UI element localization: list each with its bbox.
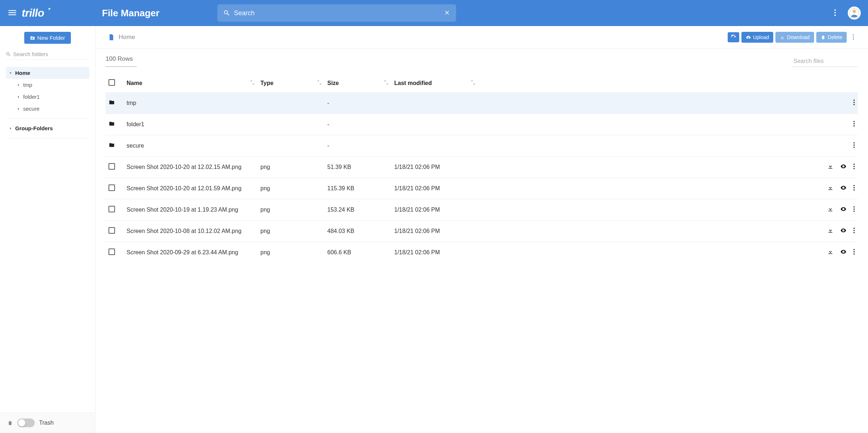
cloud-upload-icon <box>746 35 751 40</box>
col-type[interactable]: Type <box>260 80 273 86</box>
tree-label: secure <box>23 106 39 112</box>
row-download-button[interactable] <box>827 184 834 192</box>
upload-button[interactable]: Upload <box>741 32 773 43</box>
trash-icon <box>7 420 13 426</box>
svg-point-11 <box>854 121 855 122</box>
tree-item-group-folders[interactable]: Group-Folders <box>6 122 89 134</box>
chevron-right-icon <box>16 94 21 99</box>
row-preview-button[interactable] <box>840 206 847 214</box>
svg-point-18 <box>854 166 855 167</box>
cell-type: png <box>258 178 324 199</box>
sidebar-search-input[interactable] <box>13 51 89 57</box>
user-avatar[interactable] <box>848 7 861 20</box>
clear-search-button[interactable] <box>444 9 450 17</box>
search-files[interactable] <box>793 56 858 67</box>
row-more-button[interactable] <box>853 184 855 192</box>
cell-type: png <box>258 199 324 221</box>
table-row[interactable]: Screen Shot 2020-10-20 at 12.01.59 AM.pn… <box>106 178 858 199</box>
table-row[interactable]: Screen Shot 2020-10-20 at 12.02.15 AM.pn… <box>106 157 858 178</box>
svg-point-22 <box>854 189 855 190</box>
table-row[interactable]: secure- <box>106 135 858 157</box>
chevron-down-icon <box>8 71 13 76</box>
row-more-button[interactable] <box>853 99 855 107</box>
search-icon <box>6 51 11 57</box>
cell-type: png <box>258 221 324 242</box>
row-more-button[interactable] <box>853 120 855 128</box>
col-size[interactable]: Size <box>327 80 339 86</box>
table-row[interactable]: tmp- <box>106 93 858 114</box>
delete-button[interactable]: Delete <box>816 32 847 43</box>
tree-item-secure[interactable]: secure <box>6 103 89 115</box>
row-download-button[interactable] <box>827 163 834 171</box>
search-files-input[interactable] <box>793 56 858 67</box>
row-more-button[interactable] <box>853 227 855 235</box>
tree-item-tmp[interactable]: tmp <box>6 79 89 91</box>
folder-plus-icon <box>30 35 35 41</box>
download-button[interactable]: Download <box>775 32 814 43</box>
table-row[interactable]: Screen Shot 2020-10-19 at 1.19.23 AM.png… <box>106 199 858 221</box>
col-name[interactable]: Name <box>127 80 142 86</box>
row-preview-button[interactable] <box>840 249 847 256</box>
cell-type <box>258 93 324 114</box>
svg-point-26 <box>854 228 855 229</box>
menu-toggle-button[interactable] <box>4 5 20 22</box>
tree-item-home[interactable]: Home <box>6 67 89 79</box>
cell-size: 484.03 KB <box>324 221 391 242</box>
trash-toggle[interactable] <box>17 419 35 427</box>
row-download-button[interactable] <box>827 206 834 214</box>
breadcrumb-label: Home <box>119 34 135 41</box>
topbar-more-button[interactable] <box>831 6 839 21</box>
upload-label: Upload <box>753 34 769 40</box>
breadcrumb[interactable]: Home <box>108 33 135 42</box>
sort-icon[interactable] <box>384 80 388 86</box>
cell-type <box>258 114 324 135</box>
sort-icon[interactable] <box>317 80 322 86</box>
row-checkbox[interactable] <box>109 206 115 212</box>
folder-icon <box>109 143 115 149</box>
global-search-input[interactable] <box>234 9 444 17</box>
row-download-button[interactable] <box>827 249 834 256</box>
topbar: trillo File Manager <box>0 0 868 26</box>
tree-item-folder1[interactable]: folder1 <box>6 91 89 103</box>
page-title: File Manager <box>102 8 159 19</box>
app-logo: trillo <box>22 7 51 19</box>
svg-point-14 <box>854 142 855 143</box>
row-preview-button[interactable] <box>840 184 847 192</box>
row-checkbox[interactable] <box>109 163 115 170</box>
row-download-button[interactable] <box>827 227 834 235</box>
row-more-button[interactable] <box>853 249 855 256</box>
row-preview-button[interactable] <box>840 163 847 171</box>
global-search[interactable] <box>217 4 456 22</box>
sort-icon[interactable] <box>250 80 255 86</box>
cell-size: - <box>324 93 391 114</box>
more-vertical-icon <box>852 34 854 40</box>
svg-point-10 <box>854 104 855 105</box>
row-more-button[interactable] <box>853 206 855 214</box>
cell-size: - <box>324 135 391 157</box>
table-row[interactable]: Screen Shot 2020-10-08 at 10.12.02 AM.pn… <box>106 221 858 242</box>
svg-point-29 <box>854 249 855 250</box>
search-icon <box>223 9 230 17</box>
sidebar-search[interactable] <box>6 51 89 60</box>
svg-point-15 <box>854 144 855 145</box>
row-checkbox[interactable] <box>109 227 115 234</box>
row-more-button[interactable] <box>853 163 855 171</box>
table-row[interactable]: folder1- <box>106 114 858 135</box>
svg-point-21 <box>854 187 855 188</box>
table-row[interactable]: Screen Shot 2020-09-29 at 6.23.44 AM.png… <box>106 242 858 263</box>
toolbar-more-button[interactable] <box>849 32 858 43</box>
svg-point-0 <box>834 9 836 10</box>
col-modified[interactable]: Last modified <box>394 80 432 86</box>
sort-icon[interactable] <box>471 80 475 86</box>
cell-modified <box>391 114 478 135</box>
cell-name: secure <box>124 135 258 157</box>
svg-point-25 <box>854 211 855 212</box>
row-preview-button[interactable] <box>840 227 847 235</box>
refresh-button[interactable] <box>728 32 739 42</box>
row-more-button[interactable] <box>853 142 855 150</box>
row-checkbox[interactable] <box>109 249 115 255</box>
select-all-checkbox[interactable] <box>109 79 115 86</box>
new-folder-button[interactable]: New Folder <box>24 32 71 44</box>
more-vertical-icon <box>834 9 836 17</box>
row-checkbox[interactable] <box>109 184 115 191</box>
